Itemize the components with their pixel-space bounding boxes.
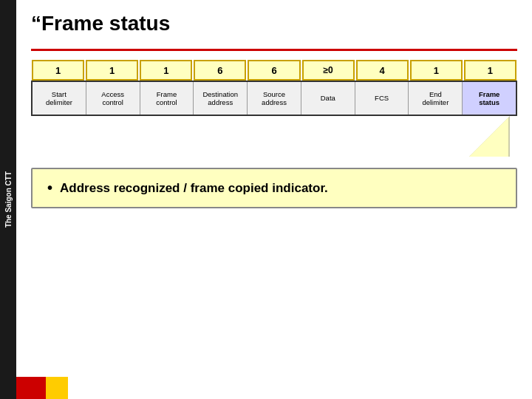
bit-row: 1 1 1 6 6 ≥0 4 1 1: [31, 60, 517, 81]
bit-cell-0: 1: [32, 60, 84, 81]
label-source-address: Sourceaddress: [248, 82, 301, 115]
title-divider: [31, 49, 517, 51]
accent-red: [16, 377, 46, 399]
bullet-box: • Address recognized / frame copied indi…: [31, 168, 517, 208]
bit-cell-2: 1: [140, 60, 192, 81]
frame-diagram: 1 1 1 6 6 ≥0 4 1 1 Startdelimiter Access…: [31, 60, 517, 116]
label-row: Startdelimiter Accesscontrol Framecontro…: [31, 81, 517, 116]
label-destination-address: Destinationaddress: [194, 82, 248, 115]
label-start-delimiter: Startdelimiter: [33, 82, 86, 115]
bullet-text: Address recognized / frame copied indica…: [60, 181, 328, 196]
sidebar-label: The Saigon CTT: [4, 171, 13, 228]
slide-title: “Frame status: [31, 12, 517, 35]
callout-container: • Address recognized / frame copied indi…: [31, 116, 517, 208]
accent-yellow: [46, 377, 68, 399]
bit-cell-7: 1: [410, 60, 463, 81]
label-end-delimiter: Enddelimiter: [409, 82, 463, 115]
label-access-control: Accesscontrol: [86, 82, 140, 115]
main-content: “Frame status 1 1 1 6 6 ≥0 4 1 1 Startde…: [16, 0, 532, 399]
arrow-area: [31, 116, 517, 160]
bit-cell-4: 6: [248, 60, 300, 81]
label-fcs: FCS: [355, 82, 409, 115]
slide: The Saigon CTT “Frame status 1 1 1 6 6 ≥…: [0, 0, 532, 399]
bit-cell-5: ≥0: [302, 60, 355, 81]
sidebar: The Saigon CTT: [0, 44, 16, 355]
label-frame-status: Framestatus: [463, 82, 516, 115]
bullet-symbol: •: [47, 180, 52, 197]
bit-cell-3: 6: [194, 60, 246, 81]
bit-cell-8: 1: [464, 60, 516, 81]
bit-cell-1: 1: [86, 60, 138, 81]
bit-cell-6: 4: [356, 60, 409, 81]
label-frame-control: Framecontrol: [140, 82, 194, 115]
triangle: [469, 117, 508, 157]
label-data: Data: [301, 82, 355, 115]
